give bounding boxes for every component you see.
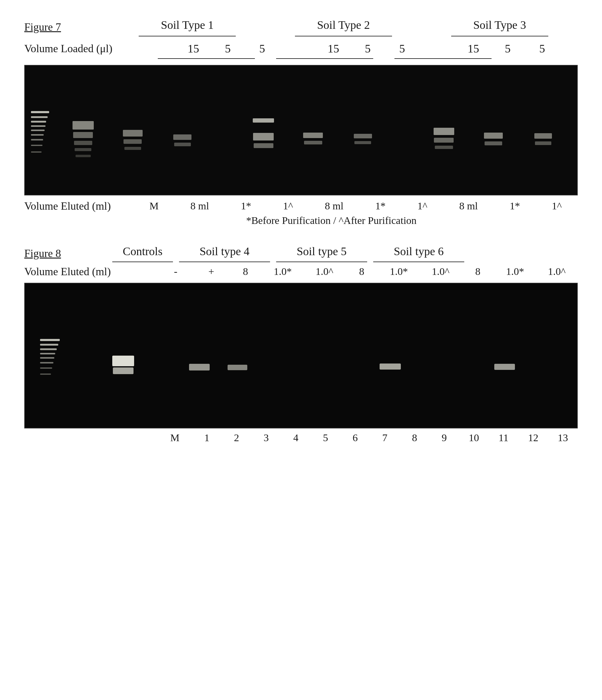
lane-8ml-st1	[70, 69, 97, 192]
soil-type-3-line	[451, 36, 548, 36]
ladder-band-9	[31, 151, 42, 153]
gel8-ladder-4	[40, 353, 55, 354]
band-1star-st1-3	[124, 147, 141, 150]
lane-label-13: 13	[552, 432, 574, 444]
lane-label-7: 7	[374, 432, 395, 444]
soil5-line	[276, 261, 367, 262]
figure7-section: Figure 7 Soil Type 1 Soil Type 2 Soil Ty…	[24, 18, 578, 226]
band-8ml-st2-top	[253, 118, 274, 123]
controls-header-group: Controls	[109, 245, 176, 262]
ladder-band-5	[31, 130, 45, 131]
gel8-lane4	[186, 287, 213, 424]
vol-2-2: 5	[356, 42, 380, 55]
vol-1-2: 5	[216, 42, 240, 55]
ladder-band-8	[31, 145, 43, 146]
vol-3-2: 5	[496, 42, 520, 55]
gel8-lane10	[415, 287, 442, 424]
volume-eluted-row: Volume Eluted (ml) M 8 ml 1* 1^ 8 ml 1* …	[24, 200, 578, 212]
ladder-band-6	[31, 134, 44, 135]
volume-eluted-label: Volume Eluted (ml)	[24, 200, 133, 212]
band-1star-st1-1	[123, 130, 143, 136]
fig8-ev-1star-2: 1.0*	[387, 266, 411, 277]
lane-label-4: 4	[285, 432, 306, 444]
gel8-lane8	[338, 287, 366, 424]
band-8ml-st1-2	[73, 132, 93, 138]
underline-2	[276, 58, 373, 59]
gel8-image	[24, 283, 578, 428]
ladder-band-3	[31, 121, 46, 123]
lane-1star-st2	[300, 69, 327, 192]
gel8-lane5	[224, 287, 251, 424]
gel8-lane2	[109, 287, 137, 424]
vol-3-3: 5	[530, 42, 554, 55]
vol-2-1: 15	[321, 42, 346, 55]
lane-label-11: 11	[493, 432, 514, 444]
ladder-band-4	[31, 125, 46, 127]
soil-type-2-header-group: Soil Type 2	[292, 18, 395, 39]
band-8ml-st1-4	[75, 148, 91, 151]
soil-type-2-line	[295, 36, 392, 36]
fig8-ev-1star-1: 1.0*	[271, 266, 295, 277]
gel8-ladder-2	[40, 344, 58, 346]
vol-group-3: 15 5 5	[456, 42, 559, 55]
band-1hat-st2-2	[354, 141, 371, 144]
soil5-label: Soil type 5	[297, 245, 347, 258]
lane-label-6: 6	[345, 432, 366, 444]
ladder-band-1	[31, 111, 49, 113]
eluted-8ml-3: 8 ml	[459, 200, 478, 212]
lane-label-m: M	[162, 432, 188, 444]
figure7-soil-headers: Soil Type 1 Soil Type 2 Soil Type 3	[85, 18, 578, 39]
figure7-note: *Before Purification / ^After Purificati…	[24, 215, 578, 226]
fig8-ev-8-2: 8	[354, 266, 369, 277]
gel8-lane12-band	[494, 364, 515, 370]
underline-1	[158, 58, 255, 59]
volume-loaded-label: Volume Loaded (μl)	[24, 42, 133, 55]
gel8-ladder-7	[40, 368, 52, 369]
band-1hat-st3-2	[535, 142, 551, 145]
band-8ml-st1-5	[76, 155, 91, 157]
band-1star-st1-2	[124, 139, 142, 144]
gel8-lane2-band2	[113, 368, 133, 374]
figure8-vol-row: Volume Eluted (ml) - + 8 1.0* 1.0^ 8 1.0…	[24, 265, 578, 278]
gel8-lane12	[491, 287, 518, 424]
soil-type-3-header-group: Soil Type 3	[448, 18, 551, 39]
band-1star-st2-2	[304, 141, 322, 145]
lane-label-10: 10	[463, 432, 484, 444]
underline-row	[24, 58, 578, 59]
figure8-header: Figure 8 Controls Soil type 4 Soil type …	[24, 245, 578, 262]
band-8ml-st1-3	[74, 141, 92, 145]
lane-1hat-st2	[349, 69, 377, 192]
eluted-1hat-2: 1^	[418, 200, 428, 212]
gel8-lane13	[529, 287, 556, 424]
eluted-1hat-3: 1^	[552, 200, 562, 212]
vol-group-2: 15 5 5	[316, 42, 419, 55]
band-8ml-st2-1	[253, 133, 274, 141]
lane-label-2: 2	[226, 432, 247, 444]
eluted-m: M	[149, 200, 158, 212]
lane-labels-row: M 1 2 3 4 5 6 7 8 9 10 11 12 13	[24, 432, 578, 444]
fig8-ev-1hat-3: 1.0^	[545, 266, 569, 277]
figure7-note-text: *Before Purification / ^After Purificati…	[246, 215, 417, 226]
soil4-header-group: Soil type 4	[176, 245, 273, 262]
soil5-header-group: Soil type 5	[273, 245, 370, 262]
eluted-1star-1: 1*	[241, 200, 251, 212]
band-8ml-st2-2	[254, 143, 273, 148]
band-8ml-st3-1	[434, 128, 454, 135]
fig8-ev-1hat-1: 1.0^	[312, 266, 336, 277]
lane-labels-spacer	[24, 432, 133, 444]
eluted-8ml-1: 8 ml	[191, 200, 209, 212]
lane-1star-st1	[119, 69, 146, 192]
soil-type-1-line	[139, 36, 236, 36]
lane-label-8: 8	[404, 432, 425, 444]
lane-label-9: 9	[434, 432, 455, 444]
gel7-image	[24, 65, 578, 195]
controls-line	[112, 261, 173, 262]
gel8-ladder-6	[40, 362, 53, 364]
band-8ml-st3-2	[434, 138, 454, 143]
fig8-ev-dash: -	[167, 266, 185, 277]
fig8-ev-1star-3: 1.0*	[503, 266, 527, 277]
band-1hat-st1-1	[173, 134, 192, 140]
figure8-groups-header: Controls Soil type 4 Soil type 5 Soil ty…	[85, 245, 578, 262]
lane-8ml-st2	[250, 69, 277, 192]
soil-type-1-header-group: Soil Type 1	[135, 18, 239, 39]
